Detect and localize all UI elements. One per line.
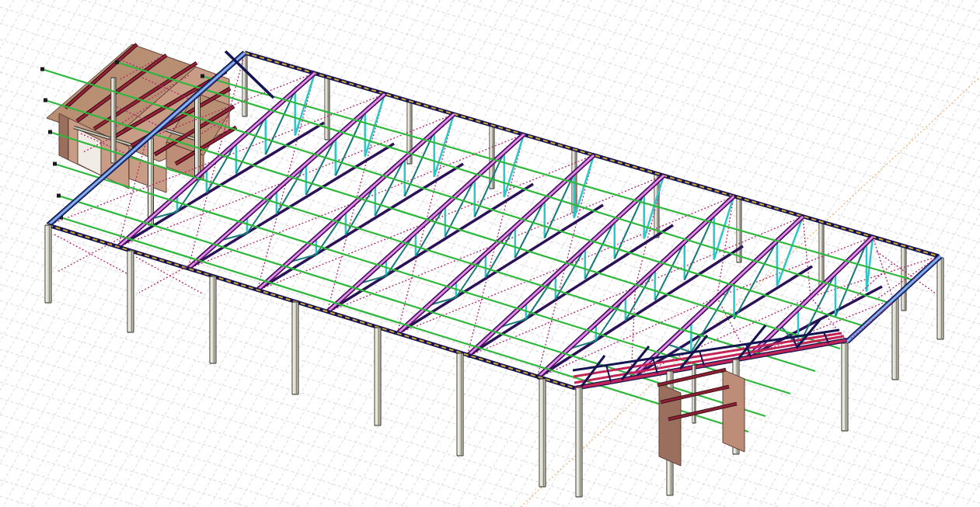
workplane-axis-line: [521, 77, 980, 507]
stair-wall-right[interactable]: [723, 370, 745, 452]
stair-wall-left[interactable]: [659, 384, 681, 466]
cad-3d-viewport[interactable]: 3d-structural-model-viewport: [0, 0, 980, 507]
structural-model-scene[interactable]: 3d-structural-model-viewport: [0, 0, 980, 507]
wall-cross-bracing[interactable]: [54, 234, 936, 339]
